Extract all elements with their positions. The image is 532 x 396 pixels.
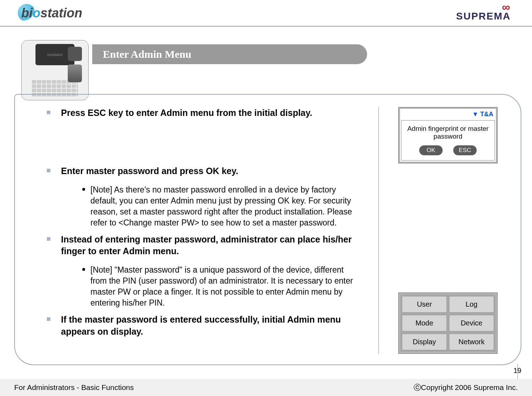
- sub-bullet-item: [Note] "Master password" is a unique pas…: [82, 264, 357, 308]
- device-screen-admin-menu: User Log Mode Device Display Network: [398, 292, 498, 354]
- menu-item-user[interactable]: User: [402, 296, 447, 313]
- bullet-text: If the master password is entered succes…: [61, 314, 357, 338]
- tna-indicator: ▼ T&A: [400, 109, 495, 119]
- bullet-text: Enter master password and press OK key.: [61, 165, 238, 177]
- biostation-logo: biostation: [21, 6, 82, 21]
- vertical-divider: [378, 107, 379, 354]
- menu-item-mode[interactable]: Mode: [402, 315, 447, 331]
- footer-right-text: ⓒCopyright 2006 Suprema Inc.: [414, 383, 518, 392]
- esc-button[interactable]: ESC: [453, 145, 477, 155]
- section-title: Enter Admin Menu: [103, 48, 191, 60]
- square-bullet-icon: [47, 111, 50, 114]
- sub-bullet-text: [Note] As there's no master password enr…: [90, 184, 357, 228]
- sub-bullet-item: [Note] As there's no master password enr…: [82, 184, 357, 228]
- ok-button[interactable]: OK: [419, 145, 443, 155]
- bullet-text: Instead of entering master password, adm…: [61, 234, 357, 258]
- suprema-logo: SUPREMA: [456, 4, 511, 22]
- square-bullet-icon: [47, 169, 50, 172]
- menu-item-display[interactable]: Display: [402, 334, 447, 350]
- bullet-item: Instead of entering master password, adm…: [47, 234, 357, 258]
- bullet-item: Enter master password and press OK key.: [47, 165, 357, 177]
- device-screen-auth: ▼ T&A Admin fingerprint or master passwo…: [398, 107, 498, 163]
- content-panel: Press ESC key to enter Admin menu from t…: [14, 94, 521, 365]
- page-number: 19: [514, 367, 521, 375]
- device-preview-column: ▼ T&A Admin fingerprint or master passwo…: [393, 107, 503, 354]
- dot-bullet-icon: [82, 188, 85, 191]
- page-footer: For Administrators - Basic Functions ⓒCo…: [0, 379, 532, 396]
- bullet-item: Press ESC key to enter Admin menu from t…: [47, 107, 357, 119]
- sub-bullet-text: [Note] "Master password" is a unique pas…: [90, 264, 357, 308]
- auth-prompt-text: Admin fingerprint or master password: [404, 125, 492, 140]
- square-bullet-icon: [47, 317, 50, 321]
- square-bullet-icon: [47, 237, 50, 241]
- bullet-item: If the master password is entered succes…: [47, 314, 357, 338]
- page-header: biostation SUPREMA: [0, 0, 532, 27]
- menu-item-device[interactable]: Device: [449, 315, 494, 331]
- footer-left-text: For Administrators - Basic Functions: [14, 383, 134, 392]
- menu-item-log[interactable]: Log: [449, 296, 494, 313]
- device-thumbnail: [21, 40, 89, 100]
- dot-bullet-icon: [82, 268, 85, 271]
- menu-item-network[interactable]: Network: [449, 334, 494, 350]
- section-title-bar: Enter Admin Menu: [92, 44, 367, 64]
- bullet-text: Press ESC key to enter Admin menu from t…: [61, 107, 312, 119]
- instructions-column: Press ESC key to enter Admin menu from t…: [47, 107, 364, 354]
